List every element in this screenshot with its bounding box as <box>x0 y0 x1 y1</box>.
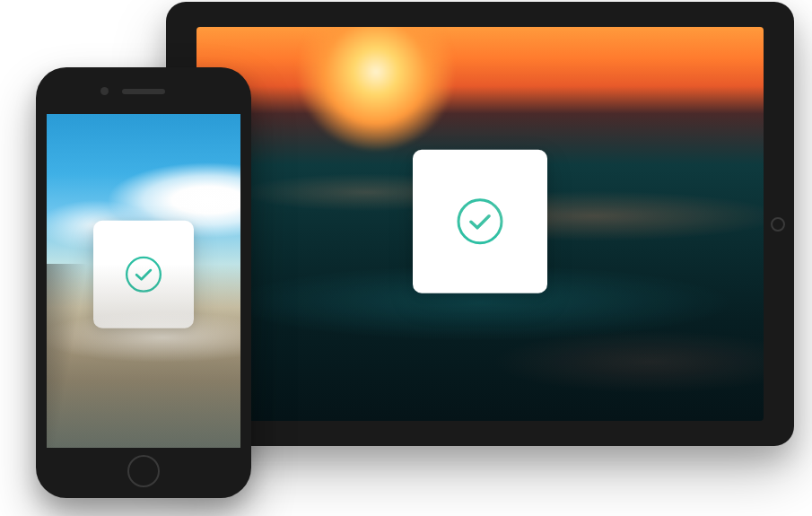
phone-speaker <box>122 89 165 94</box>
phone-screen <box>47 114 240 448</box>
svg-point-1 <box>127 258 161 292</box>
tablet-device-frame <box>166 2 794 446</box>
tablet-screen <box>196 27 764 421</box>
phone-front-camera <box>100 87 109 95</box>
tablet-home-button[interactable] <box>771 217 785 232</box>
success-card <box>413 149 547 293</box>
success-card <box>93 221 194 328</box>
phone-home-button[interactable] <box>127 455 160 487</box>
svg-point-0 <box>458 199 502 242</box>
phone-device-frame <box>36 67 251 498</box>
checkmark-circle-icon <box>455 196 505 246</box>
device-mockup-stage <box>0 0 812 516</box>
checkmark-circle-icon <box>124 255 163 294</box>
